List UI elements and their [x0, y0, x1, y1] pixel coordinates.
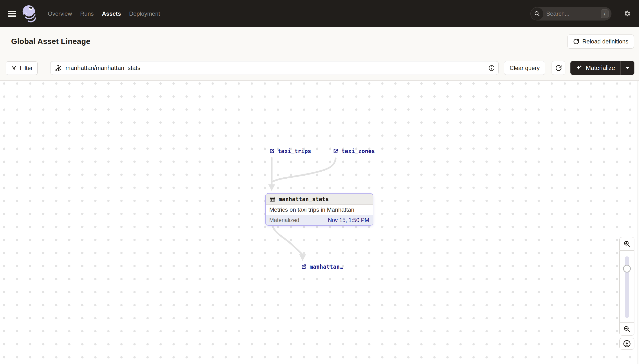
download-circle-icon [623, 340, 631, 348]
reload-definitions-button[interactable]: Reload definitions [567, 34, 634, 48]
primary-nav: Overview Runs Assets Deployment [48, 10, 160, 17]
asset-name: manhattan_stats [279, 196, 329, 202]
info-icon[interactable] [488, 65, 495, 71]
scrollbar-gutter[interactable] [637, 80, 639, 364]
zoom-out-button[interactable] [619, 323, 634, 336]
search-input[interactable] [544, 10, 601, 17]
gear-icon[interactable] [623, 10, 632, 18]
materialization-timestamp[interactable]: Nov 15, 1:50 PM [328, 217, 369, 224]
zoom-in-icon [623, 240, 630, 248]
refresh-graph-button[interactable] [551, 61, 565, 75]
zoom-in-button[interactable] [619, 237, 634, 250]
zoom-out-icon [623, 326, 630, 332]
page-title: Global Asset Lineage [11, 37, 90, 46]
nav-link-assets[interactable]: Assets [102, 10, 121, 17]
materialize-split-button: Materialize [570, 61, 634, 75]
asset-query-input[interactable] [50, 61, 499, 75]
menu-icon[interactable] [8, 11, 16, 17]
external-link-icon [301, 264, 307, 270]
sparkles-icon [576, 64, 583, 72]
asset-node-label: taxi_trips [278, 148, 311, 154]
asset-node-label: taxi_zones [341, 148, 375, 154]
asset-selection-field [50, 61, 499, 75]
chevron-down-icon [625, 66, 629, 69]
filter-button[interactable]: Filter [6, 61, 38, 75]
asset-card-header: manhattan_stats [266, 194, 373, 205]
zoom-slider [619, 250, 634, 323]
nav-link-overview[interactable]: Overview [48, 10, 72, 17]
asset-node-taxi-trips[interactable]: taxi_trips [269, 148, 311, 154]
nav-link-deployment[interactable]: Deployment [129, 10, 160, 17]
refresh-icon [555, 65, 562, 72]
asset-card-manhattan-stats[interactable]: manhattan_stats Metrics on taxi trips in… [265, 193, 373, 226]
asset-node-taxi-zones[interactable]: taxi_zones [333, 148, 375, 154]
zoom-slider-handle[interactable] [623, 265, 631, 272]
search-shortcut-badge: / [601, 10, 608, 18]
graph-selector-icon [54, 64, 62, 72]
zoom-controls [619, 237, 634, 336]
external-link-icon [333, 148, 339, 154]
materialize-options-button[interactable] [620, 61, 634, 75]
lineage-toolbar: Filter Clear query [0, 56, 639, 80]
external-link-icon [269, 148, 275, 154]
refresh-icon [573, 38, 579, 45]
download-view-button[interactable] [619, 338, 634, 350]
lineage-canvas[interactable]: taxi_trips taxi_zones manhattan_stats Me… [0, 80, 639, 364]
nav-link-runs[interactable]: Runs [80, 10, 94, 17]
asset-description: Metrics on taxi trips in Manhattan [266, 205, 373, 215]
asset-node-label: manhattan… [310, 264, 343, 270]
asset-node-manhattan-truncated[interactable]: manhattan… [301, 264, 343, 270]
search-icon [531, 8, 543, 20]
table-icon [269, 196, 276, 202]
page-header: Global Asset Lineage Reload definitions [0, 27, 639, 56]
asset-status-row: Materialized Nov 15, 1:50 PM [266, 215, 373, 225]
materialize-button[interactable]: Materialize [570, 61, 620, 75]
status-label: Materialized [269, 217, 299, 224]
funnel-icon [11, 65, 17, 71]
dagster-logo[interactable] [21, 4, 37, 23]
clear-query-button[interactable]: Clear query [504, 61, 545, 75]
top-nav: Overview Runs Assets Deployment / [0, 0, 639, 27]
global-search[interactable]: / [530, 7, 611, 20]
